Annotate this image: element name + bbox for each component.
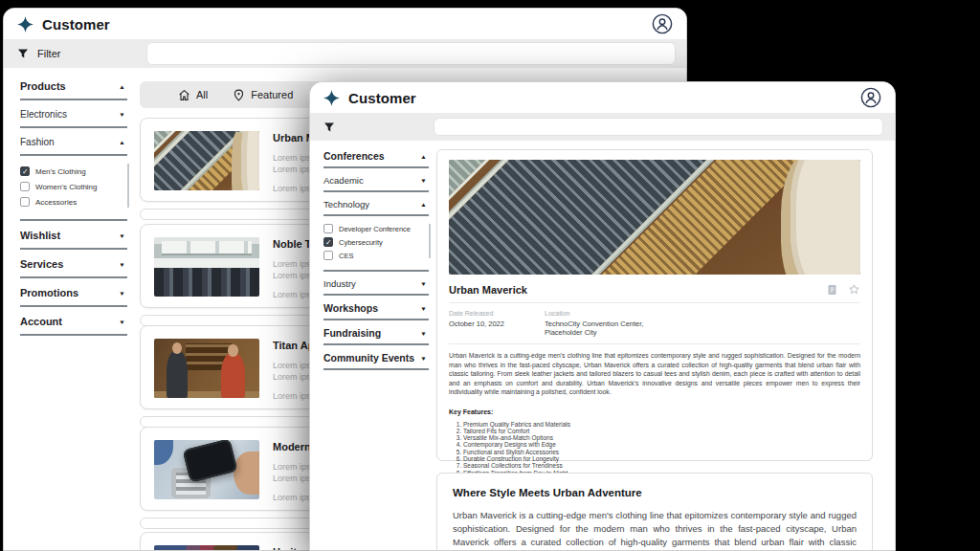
- chevron-down-icon: ▼: [119, 290, 125, 296]
- checkbox-developer-conference[interactable]: [323, 224, 333, 233]
- chevron-up-icon: ▲: [420, 202, 427, 208]
- titlebar: Customer: [310, 82, 895, 113]
- checkbox-mens-clothing[interactable]: [20, 166, 30, 176]
- key-features-heading: Key Features:: [449, 408, 860, 415]
- favorite-star-icon[interactable]: [848, 283, 860, 296]
- chevron-down-icon: ▼: [420, 330, 427, 336]
- divider: [449, 343, 860, 344]
- filter-label: Filter: [37, 48, 60, 59]
- chevron-up-icon: ▲: [119, 83, 125, 89]
- sidebar-item-account[interactable]: Account ▼: [20, 307, 127, 336]
- key-feature: Versatile Mix-and-Match Options: [463, 434, 860, 441]
- checkbox-cybersecurity[interactable]: [323, 237, 333, 247]
- search-input[interactable]: [434, 118, 883, 136]
- key-feature: Premium Quality Fabrics and Materials: [463, 421, 860, 428]
- filter-row-developer-conference: Developer Conference: [323, 222, 429, 235]
- chevron-down-icon: ▼: [119, 112, 125, 118]
- article-heading: Where Style Meets Urban Adventure: [453, 487, 857, 498]
- sidebar-item-community-events[interactable]: Community Events ▼: [323, 345, 429, 370]
- key-feature: Seasonal Collections for Trendiness: [463, 462, 860, 469]
- filter-bar: [310, 113, 895, 141]
- fashion-filter-group: Men's Clothing Women's Clothing Accessor…: [20, 156, 127, 221]
- chevron-down-icon: ▼: [420, 355, 427, 361]
- sidebar-item-wishlist[interactable]: Wishlist ▼: [20, 221, 127, 250]
- key-feature: Contemporary Designs with Edge: [463, 441, 860, 448]
- technology-filter-group: Developer Conference Cybersecurity CES: [323, 216, 429, 272]
- detail-description: Urban Maverick is a cutting-edge men's c…: [449, 351, 860, 397]
- filter-funnel-icon[interactable]: [17, 48, 29, 59]
- category-sidebar: Products ▲ Electronics ▼ Fashion ▲ Men's…: [20, 72, 127, 336]
- chevron-down-icon: ▼: [420, 178, 427, 184]
- location-label: Location: [545, 310, 643, 317]
- filter-bar: Filter: [4, 39, 686, 68]
- tab-featured[interactable]: Featured: [233, 89, 293, 101]
- sidebar-item-academic[interactable]: Academic ▼: [323, 168, 429, 192]
- divider: [449, 302, 860, 303]
- chevron-down-icon: ▼: [420, 305, 427, 311]
- item-thumbnail-market: [154, 545, 259, 551]
- location-value: TechnoCity Convention Center, Placeholde…: [545, 320, 643, 337]
- tab-all[interactable]: All: [178, 89, 208, 101]
- sidebar-item-products[interactable]: Products ▲: [20, 72, 127, 100]
- filter-row-accessories: Accessories: [20, 194, 127, 209]
- item-thumbnail-store: [154, 237, 259, 297]
- app-title: Customer: [42, 16, 652, 33]
- checkbox-womens-clothing[interactable]: [20, 182, 30, 191]
- chevron-down-icon: ▼: [119, 319, 125, 324]
- date-released-label: Date Released: [449, 310, 545, 317]
- checkbox-ces[interactable]: [323, 251, 333, 260]
- item-thumbnail-shop: [154, 339, 259, 398]
- key-feature: Tailored Fits for Comfort: [463, 428, 860, 434]
- sidebar-item-industry[interactable]: Industry ▼: [323, 272, 429, 296]
- category-sidebar: Conferences ▲ Academic ▼ Technology ▲ De…: [323, 143, 429, 370]
- titlebar: Customer: [4, 9, 686, 39]
- detail-title: Urban Maverick: [449, 284, 827, 296]
- sidebar-item-workshops[interactable]: Workshops ▼: [323, 296, 429, 320]
- article-body: Urban Maverick is a cutting-edge men's c…: [453, 509, 857, 551]
- search-input[interactable]: [146, 42, 676, 65]
- account-avatar-button[interactable]: [652, 13, 673, 34]
- chevron-down-icon: ▼: [420, 281, 427, 287]
- filter-row-ces: CES: [323, 249, 429, 262]
- key-features-list: Premium Quality Fabrics and Materials Ta…: [449, 421, 860, 476]
- detail-hero-image: [449, 160, 860, 275]
- date-released-value: October 10, 2022: [449, 320, 545, 328]
- sidebar-item-fundraising[interactable]: Fundraising ▼: [323, 320, 429, 345]
- sidebar-item-promotions[interactable]: Promotions ▼: [20, 278, 127, 307]
- app-title: Customer: [348, 90, 860, 106]
- article-card: Where Style Meets Urban Adventure Urban …: [436, 473, 873, 551]
- chevron-up-icon: ▲: [420, 153, 427, 159]
- item-thumbnail-payment: [154, 440, 259, 499]
- filter-funnel-icon[interactable]: [323, 121, 335, 133]
- key-feature: Functional and Stylish Accessories: [463, 449, 860, 455]
- item-thumbnail-mall: [154, 131, 259, 190]
- sidebar-item-technology[interactable]: Technology ▲: [323, 192, 429, 216]
- sidebar-item-electronics[interactable]: Electronics ▼: [20, 100, 127, 128]
- sparkle-logo-icon: [323, 90, 340, 106]
- checkbox-accessories[interactable]: [20, 197, 30, 207]
- sparkle-logo-icon: [17, 16, 33, 33]
- sidebar-item-conferences[interactable]: Conferences ▲: [323, 143, 429, 168]
- document-copy-icon[interactable]: [827, 284, 837, 296]
- filter-row-womens-clothing: Women's Clothing: [20, 179, 127, 194]
- detail-card-urban-maverick: Urban Maverick Date Released October 10,…: [436, 149, 873, 461]
- filter-row-cybersecurity: Cybersecurity: [323, 235, 429, 249]
- key-feature: Durable Construction for Longevity: [463, 455, 860, 462]
- sidebar-item-fashion[interactable]: Fashion ▲: [20, 128, 127, 156]
- chevron-up-icon: ▲: [119, 140, 125, 145]
- home-icon: [178, 89, 190, 101]
- account-avatar-button[interactable]: [860, 87, 881, 108]
- sidebar-item-services[interactable]: Services ▼: [20, 250, 127, 278]
- filter-row-mens-clothing: Men's Clothing: [20, 164, 127, 179]
- featured-pin-icon: [233, 89, 245, 101]
- chevron-down-icon: ▼: [119, 261, 125, 267]
- customer-window-front: Customer Conferences ▲ Academic ▼ Techno…: [309, 81, 896, 551]
- chevron-down-icon: ▼: [119, 232, 125, 238]
